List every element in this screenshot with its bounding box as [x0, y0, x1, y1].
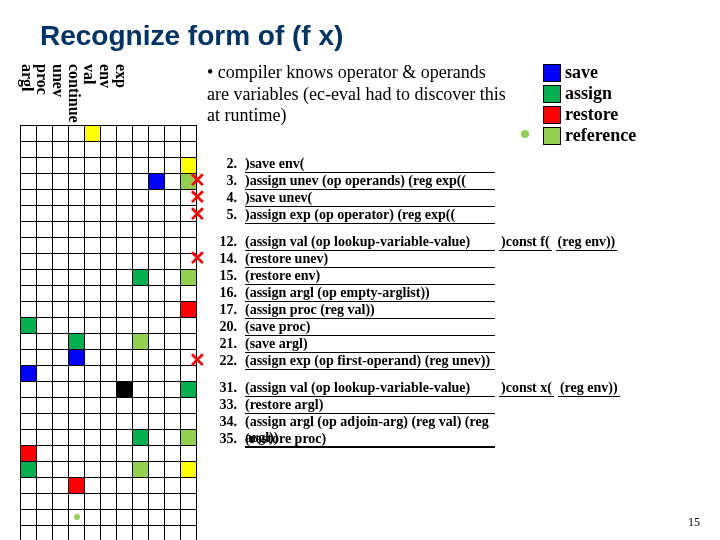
instruction-row: 15.(restore env): [207, 268, 700, 285]
grid-cell: [181, 429, 197, 445]
grid-cell: [181, 301, 197, 317]
grid-cell: [21, 285, 37, 301]
grid-cell: [165, 285, 181, 301]
grid-cell: [53, 141, 69, 157]
grid-cell: [117, 445, 133, 461]
line-number: 2.: [207, 156, 245, 172]
grid-cell: [149, 333, 165, 349]
grid-cell: [85, 477, 101, 493]
instruction-text: (restore proc): [245, 431, 495, 448]
grid-cell: [101, 285, 117, 301]
instruction-text: (assign val (op lookup-variable-value): [245, 234, 495, 251]
instruction-block: 12.(assign val (op lookup-variable-value…: [207, 234, 700, 370]
grid-cell: [117, 269, 133, 285]
grid-cell: [101, 429, 117, 445]
grid-cell: [165, 413, 181, 429]
grid-cell: [149, 413, 165, 429]
grid-cell: [117, 509, 133, 525]
grid-cell: [165, 125, 181, 141]
grid-cell: [117, 189, 133, 205]
grid-cell: [21, 397, 37, 413]
grid-cell: [21, 445, 37, 461]
grid-cell: [149, 493, 165, 509]
line-number: 16.: [207, 285, 245, 301]
grid-cell: [101, 477, 117, 493]
grid-cell: [37, 461, 53, 477]
grid-cell: [37, 285, 53, 301]
grid-cell: [165, 381, 181, 397]
grid-cell: [37, 381, 53, 397]
instruction-row: 31.(assign val (op lookup-variable-value…: [207, 380, 700, 397]
grid-cell: [181, 413, 197, 429]
grid-cell: [133, 381, 149, 397]
instruction-text: (assign argl (op empty-arglist)): [245, 285, 495, 302]
grid-cell: [181, 381, 197, 397]
grid-cell: [69, 141, 85, 157]
grid-cell: [181, 477, 197, 493]
grid-cell: [85, 429, 101, 445]
grid-cell: [101, 253, 117, 269]
line-number: 33.: [207, 397, 245, 413]
grid-cell: [53, 397, 69, 413]
grid-cell: [133, 173, 149, 189]
legend: save assign restore reference: [543, 62, 636, 146]
grid-cell: [37, 237, 53, 253]
grid-cell: [69, 269, 85, 285]
grid-cell: [149, 301, 165, 317]
grid-cell: [85, 397, 101, 413]
grid-cell: [53, 429, 69, 445]
instruction-row: 35.(restore proc): [207, 431, 700, 448]
grid-cell: [133, 189, 149, 205]
grid-cell: [69, 429, 85, 445]
grid-cell: [133, 525, 149, 540]
grid-cell: [165, 493, 181, 509]
grid-cell: [37, 333, 53, 349]
grid-cell: [181, 141, 197, 157]
grid-cell: [181, 461, 197, 477]
grid-cell: [85, 509, 101, 525]
grid-cell: [133, 285, 149, 301]
grid-cell: [133, 205, 149, 221]
grid-cell: [149, 509, 165, 525]
grid-cell: [165, 205, 181, 221]
grid-cell: [117, 301, 133, 317]
grid-cell: [149, 269, 165, 285]
grid-cell: [53, 445, 69, 461]
grid-cell: [85, 157, 101, 173]
grid-cell: [21, 493, 37, 509]
grid-cell: [101, 381, 117, 397]
grid-cell: [21, 365, 37, 381]
grid-cell: [53, 189, 69, 205]
grid-cell: [101, 205, 117, 221]
grid-cell: [117, 365, 133, 381]
grid-cell: [69, 349, 85, 365]
grid-cell: [133, 125, 149, 141]
grid-cell: [85, 253, 101, 269]
grid-cell: [117, 221, 133, 237]
line-number: 17.: [207, 302, 245, 318]
grid-cell: [117, 493, 133, 509]
grid-cell: [85, 189, 101, 205]
right-column: • compiler knows operator & operands are…: [207, 62, 700, 540]
main-area: arglprocunevcontinuevalenvexp • compiler…: [20, 62, 700, 540]
page-title: Recognize form of (f x): [40, 20, 700, 52]
line-number: 20.: [207, 319, 245, 335]
grid-cell: [69, 333, 85, 349]
grid-cell: [37, 205, 53, 221]
grid-cell: [37, 253, 53, 269]
grid-cell: [181, 125, 197, 141]
grid-cell: [85, 141, 101, 157]
legend-assign: assign: [543, 83, 636, 104]
grid-cell: [149, 461, 165, 477]
grid-cell: [165, 477, 181, 493]
grid-cell: [53, 413, 69, 429]
grid-cell: [165, 349, 181, 365]
grid-cell: [69, 285, 85, 301]
instruction-row: 14.(restore unev)✕: [207, 251, 700, 268]
grid-cell: [85, 333, 101, 349]
grid-cell: [181, 317, 197, 333]
grid-cell: [117, 381, 133, 397]
grid-cell: [85, 461, 101, 477]
instruction-row: 34.(assign argl (op adjoin-arg) (reg val…: [207, 414, 700, 431]
swatch-save: [543, 64, 561, 82]
